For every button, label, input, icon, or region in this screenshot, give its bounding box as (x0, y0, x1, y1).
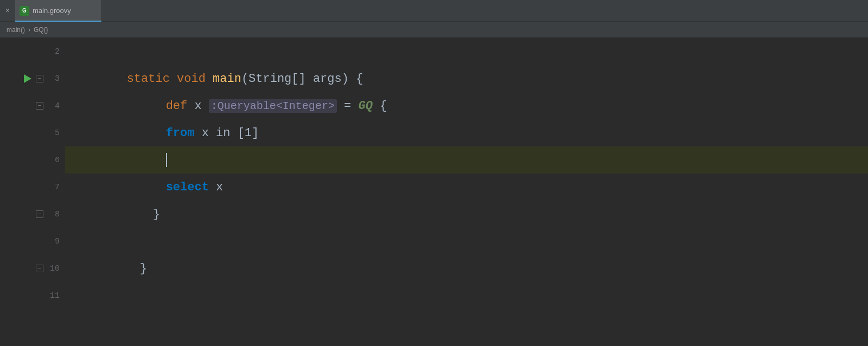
gutter-row-9: 9 (0, 228, 65, 255)
fold-button-3[interactable] (36, 75, 43, 82)
fold-button-8[interactable] (36, 210, 43, 218)
code-row-9 (65, 228, 868, 255)
gutter-row-2: 2 (0, 38, 65, 65)
line-gutter: 2 3 4 5 6 7 8 (0, 38, 65, 346)
line-number-5: 5 (47, 129, 60, 138)
text-cursor (166, 153, 167, 167)
breadcrumb-bar: main() › GQ{} (0, 22, 868, 38)
tab-item[interactable]: G main.groovy (15, 0, 102, 22)
run-button-3[interactable] (23, 74, 33, 84)
code-row-8: } (65, 201, 868, 228)
editor-area: 2 3 4 5 6 7 8 (0, 38, 868, 346)
code-row-5: from x in [1] (65, 119, 868, 146)
line-number-10: 10 (47, 264, 60, 273)
gutter-row-11: 11 (0, 282, 65, 309)
run-triangle-icon (24, 74, 31, 83)
tab-bar: × G main.groovy (0, 0, 868, 22)
code-row-10: } (65, 255, 868, 282)
fold-button-10[interactable] (36, 265, 43, 272)
line-number-2: 2 (47, 47, 60, 56)
breadcrumb-main[interactable]: main() (7, 26, 25, 34)
gutter-row-5: 5 (0, 119, 65, 146)
line-number-6: 6 (47, 156, 60, 165)
fold-button-4[interactable] (36, 102, 43, 110)
line-number-8: 8 (47, 210, 60, 219)
gutter-row-8: 8 (0, 201, 65, 228)
line-number-11: 11 (47, 291, 60, 300)
code-row-7: select x (65, 174, 868, 201)
gutter-row-7: 7 (0, 174, 65, 201)
breadcrumb-gq[interactable]: GQ{} (34, 26, 48, 34)
tab-close-button[interactable]: × (0, 0, 15, 22)
line-number-4: 4 (47, 101, 60, 111)
code-row-11 (65, 282, 868, 309)
gutter-row-4: 4 (0, 92, 65, 119)
gutter-row-3: 3 (0, 65, 65, 92)
tab-filename: main.groovy (33, 7, 71, 15)
groovy-file-icon: G (20, 6, 29, 16)
code-content[interactable]: static void main(String[] args) { def x … (65, 38, 868, 346)
breadcrumb-separator: › (28, 26, 30, 34)
gutter-row-10: 10 (0, 255, 65, 282)
line-number-7: 7 (47, 183, 60, 192)
gutter-row-6: 6 (0, 146, 65, 174)
line-number-3: 3 (47, 74, 60, 84)
line-number-9: 9 (47, 237, 60, 246)
